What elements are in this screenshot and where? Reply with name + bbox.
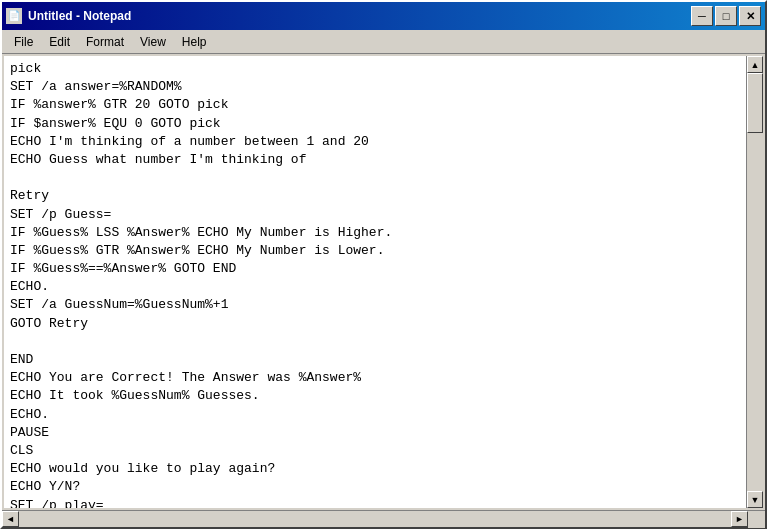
menu-file[interactable]: File — [6, 30, 41, 53]
scroll-up-button[interactable]: ▲ — [747, 56, 763, 73]
notepad-icon: 📄 — [6, 8, 22, 24]
scroll-track-v[interactable] — [747, 73, 763, 491]
text-area-wrapper: pick SET /a answer=%RANDOM% IF %answer% … — [4, 56, 746, 508]
notepad-window: 📄 Untitled - Notepad ─ □ ✕ File Edit For… — [0, 0, 767, 529]
title-bar-buttons: ─ □ ✕ — [691, 6, 761, 26]
scroll-right-button[interactable]: ► — [731, 511, 748, 527]
menu-edit[interactable]: Edit — [41, 30, 78, 53]
title-bar-left: 📄 Untitled - Notepad — [6, 8, 131, 24]
scrollbar-corner — [748, 511, 765, 528]
horizontal-scrollbar: ◄ ► — [2, 511, 748, 527]
window-title: Untitled - Notepad — [28, 9, 131, 23]
close-button[interactable]: ✕ — [739, 6, 761, 26]
scroll-thumb-v[interactable] — [747, 73, 763, 133]
editor-container: pick SET /a answer=%RANDOM% IF %answer% … — [4, 56, 763, 508]
menu-view[interactable]: View — [132, 30, 174, 53]
title-bar: 📄 Untitled - Notepad ─ □ ✕ — [2, 2, 765, 30]
maximize-button[interactable]: □ — [715, 6, 737, 26]
minimize-button[interactable]: ─ — [691, 6, 713, 26]
menu-help[interactable]: Help — [174, 30, 215, 53]
scroll-left-button[interactable]: ◄ — [2, 511, 19, 527]
text-editor[interactable]: pick SET /a answer=%RANDOM% IF %answer% … — [4, 56, 746, 508]
scroll-track-h[interactable] — [19, 511, 731, 527]
scroll-down-button[interactable]: ▼ — [747, 491, 763, 508]
menu-bar: File Edit Format View Help — [2, 30, 765, 54]
menu-format[interactable]: Format — [78, 30, 132, 53]
vertical-scrollbar: ▲ ▼ — [746, 56, 763, 508]
scrollbar-h-container: ◄ ► — [2, 510, 765, 527]
